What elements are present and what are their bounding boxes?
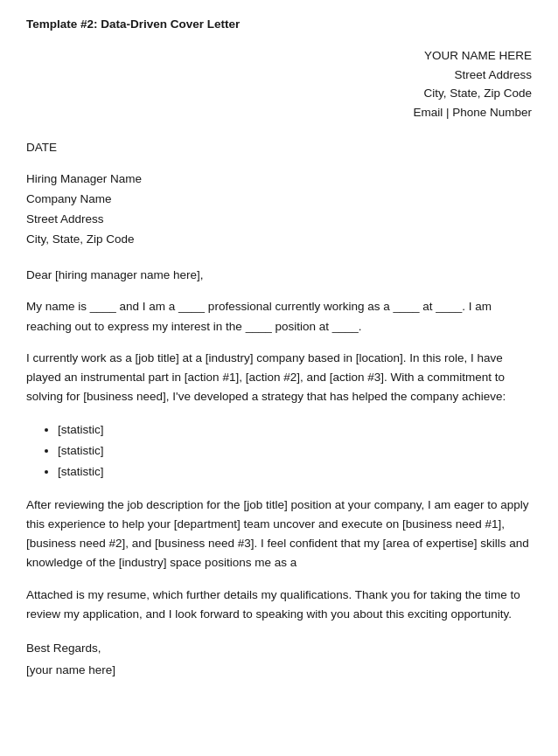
recipient-line3: Street Address: [26, 210, 532, 230]
header-address: YOUR NAME HERE Street Address City, Stat…: [26, 46, 532, 121]
closing-line2: [your name here]: [26, 660, 532, 681]
closing-section: Best Regards, [your name here]: [26, 638, 532, 681]
recipient-line1: Hiring Manager Name: [26, 170, 532, 190]
paragraph-1: My name is ____ and I am a ____ professi…: [26, 297, 532, 336]
paragraph-4: Attached is my resume, which further det…: [26, 586, 532, 625]
recipient-section: Hiring Manager Name Company Name Street …: [26, 170, 532, 250]
bullet-item-1: [statistic]: [58, 420, 532, 440]
bullet-item-2: [statistic]: [58, 440, 532, 461]
date-section: DATE: [26, 141, 532, 154]
recipient-line4: City, State, Zip Code: [26, 230, 532, 250]
paragraph-3: After reviewing the job description for …: [26, 496, 532, 573]
template-title: Template #2: Data-Driven Cover Letter: [26, 17, 532, 31]
header-email-phone: Email | Phone Number: [26, 103, 532, 122]
header-name: YOUR NAME HERE: [26, 46, 532, 66]
closing-line1: Best Regards,: [26, 638, 532, 659]
bullet-list: [statistic] [statistic] [statistic]: [58, 420, 532, 483]
recipient-line2: Company Name: [26, 190, 532, 210]
header-street: Street Address: [26, 66, 532, 85]
header-city-state-zip: City, State, Zip Code: [26, 84, 532, 103]
bullet-item-3: [statistic]: [58, 461, 532, 482]
paragraph-2: I currently work as a [job title] at a […: [26, 349, 532, 407]
salutation: Dear [hiring manager name here],: [26, 266, 532, 285]
